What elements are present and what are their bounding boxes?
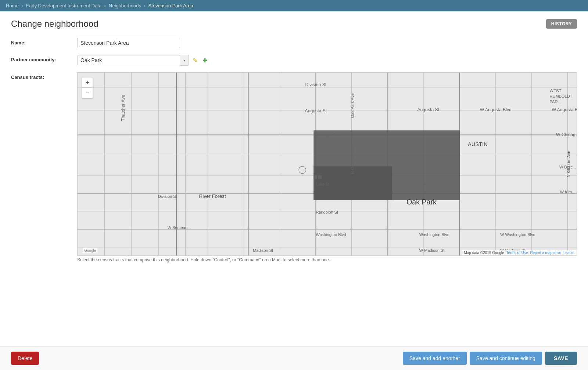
separator-3: › <box>144 3 146 8</box>
pencil-icon: ✎ <box>193 57 197 64</box>
breadcrumb-bar: Home › Early Development Instrument Data… <box>0 0 588 11</box>
history-button[interactable]: HISTORY <box>546 19 577 29</box>
svg-text:W Augusta Blvd: W Augusta Blvd <box>552 107 577 112</box>
svg-text:Washington Blvd: Washington Blvd <box>316 232 346 237</box>
leaflet-link[interactable]: Leaflet <box>563 251 574 255</box>
svg-text:Lake St: Lake St <box>419 182 433 186</box>
breadcrumb-current: Stevenson Park Area <box>148 3 193 8</box>
svg-text:Washington Blvd: Washington Blvd <box>419 232 449 237</box>
map-svg: Thatcher Ave River Forest Oak Park Fores… <box>78 73 577 255</box>
svg-text:N Oak Park Ave: N Oak Park Ave <box>350 145 355 174</box>
svg-text:Madison St: Madison St <box>253 248 273 253</box>
svg-rect-68 <box>318 175 322 179</box>
svg-text:River Forest: River Forest <box>199 193 226 199</box>
map-hint-text: Select the census tracts that comprise t… <box>77 257 577 262</box>
svg-text:W Washington Blvd: W Washington Blvd <box>500 232 535 237</box>
svg-text:Division St: Division St <box>305 82 327 87</box>
svg-text:WEST: WEST <box>550 88 562 93</box>
svg-text:HUMBOLDT: HUMBOLDT <box>550 94 573 98</box>
svg-text:N Kilbourn Ave: N Kilbourn Ave <box>566 151 571 178</box>
map-data-text: Map data ©2019 Google <box>464 251 504 255</box>
add-partner-button[interactable]: ✚ <box>201 56 209 65</box>
page-title: Change neighborhood <box>11 19 98 29</box>
name-field-container <box>77 38 577 48</box>
partner-select[interactable]: Oak Park <box>77 55 180 65</box>
census-row: Census tracts: + − <box>11 72 577 262</box>
svg-text:W Chicag...: W Chicag... <box>556 132 577 137</box>
select-arrow[interactable]: ▾ <box>180 55 189 66</box>
svg-text:Lake St: Lake St <box>316 182 329 186</box>
terms-of-use-link[interactable]: Terms of Use <box>506 251 528 255</box>
select-wrapper: Oak Park ▾ <box>77 55 189 66</box>
map-zoom-controls: + − <box>82 77 93 98</box>
page-header: Change neighborhood HISTORY <box>11 19 577 29</box>
name-row: Name: <box>11 38 577 48</box>
map-attribution: Map data ©2019 Google Terms of Use Repor… <box>462 250 577 255</box>
svg-text:Chicago Ave: Chicago Ave <box>316 132 341 137</box>
svg-text:Oak Park Ave: Oak Park Ave <box>350 93 355 118</box>
zoom-in-button[interactable]: + <box>82 77 93 88</box>
main-content: Change neighborhood HISTORY Name: Partne… <box>0 11 588 302</box>
map-container: + − <box>77 72 577 262</box>
breadcrumb-section[interactable]: Early Development Instrument Data <box>26 3 101 8</box>
census-label: Census tracts: <box>11 72 77 80</box>
svg-text:PAR...: PAR... <box>550 99 561 104</box>
name-input[interactable] <box>77 38 180 48</box>
separator-2: › <box>104 3 106 8</box>
partner-field-container: Oak Park ▾ ✎ ✚ <box>77 55 577 66</box>
partner-label: Partner community: <box>11 55 77 62</box>
svg-text:W Berceau...: W Berceau... <box>168 225 191 230</box>
edit-partner-button[interactable]: ✎ <box>191 56 199 65</box>
partner-row: Partner community: Oak Park ▾ ✎ ✚ <box>11 55 577 66</box>
svg-text:AUSTIN: AUSTIN <box>468 141 488 147</box>
svg-text:W Kim...: W Kim... <box>560 190 576 194</box>
breadcrumb-subsection[interactable]: Neighborhoods <box>109 3 141 8</box>
map-frame[interactable]: + − <box>77 72 577 256</box>
separator-1: › <box>21 3 23 8</box>
svg-text:Randolph St: Randolph St <box>316 210 338 214</box>
svg-text:W Madison St: W Madison St <box>419 248 444 253</box>
chevron-down-icon: ▾ <box>183 58 185 62</box>
google-logo: Google <box>83 248 97 253</box>
svg-text:Division St: Division St <box>158 194 177 199</box>
breadcrumb-home[interactable]: Home <box>6 3 19 8</box>
report-map-error-link[interactable]: Report a map error <box>530 251 561 255</box>
svg-text:W Augusta Blvd: W Augusta Blvd <box>480 107 512 112</box>
zoom-out-button[interactable]: − <box>82 88 93 98</box>
svg-rect-67 <box>313 175 317 179</box>
plus-icon: ✚ <box>202 57 207 64</box>
svg-text:Oak Park: Oak Park <box>406 198 437 206</box>
name-label: Name: <box>11 38 77 46</box>
svg-text:Augusta St: Augusta St <box>305 108 327 113</box>
svg-text:Thatcher Ave: Thatcher Ave <box>121 95 126 121</box>
svg-text:Augusta St: Augusta St <box>417 107 439 112</box>
